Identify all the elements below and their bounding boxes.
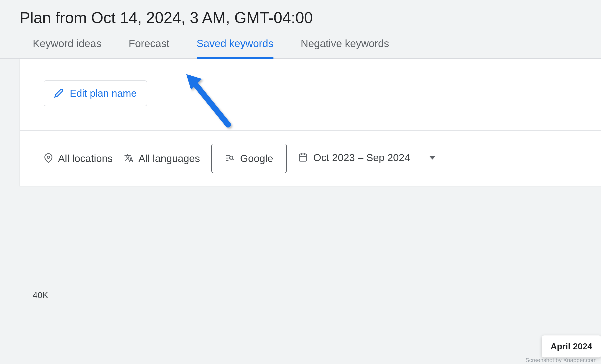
date-range-filter[interactable]: Oct 2023 – Sep 2024 — [298, 151, 440, 165]
watermark: Screenshot by Xnapper.com — [525, 357, 597, 364]
translate-icon — [124, 153, 134, 164]
svg-rect-6 — [299, 154, 306, 161]
locations-text: All locations — [58, 152, 113, 164]
pencil-icon — [54, 88, 64, 98]
svg-point-0 — [47, 156, 50, 158]
locations-filter[interactable]: All locations — [44, 152, 113, 164]
tabs-container: Keyword ideas Forecast Saved keywords Ne… — [0, 38, 601, 59]
tab-keyword-ideas[interactable]: Keyword ideas — [33, 38, 101, 58]
chevron-down-icon — [429, 156, 436, 159]
calendar-icon — [298, 152, 308, 163]
page-title: Plan from Oct 14, 2024, 3 AM, GMT-04:00 — [0, 0, 601, 38]
edit-plan-name-button[interactable]: Edit plan name — [44, 80, 147, 106]
network-filter[interactable]: Google — [211, 144, 287, 173]
location-pin-icon — [44, 153, 53, 164]
edit-section: Edit plan name — [20, 59, 601, 131]
svg-point-4 — [230, 156, 233, 159]
y-axis-tick-40k: 40K — [33, 290, 48, 300]
content-card: Edit plan name All locations All languag… — [20, 59, 601, 186]
tab-negative-keywords[interactable]: Negative keywords — [301, 38, 389, 58]
tab-saved-keywords[interactable]: Saved keywords — [197, 38, 273, 58]
edit-button-label: Edit plan name — [70, 87, 137, 99]
tab-forecast[interactable]: Forecast — [129, 38, 170, 58]
chart-area: 40K — [0, 186, 601, 290]
chart-tooltip: April 2024 — [542, 335, 601, 357]
date-range-text: Oct 2023 – Sep 2024 — [313, 151, 410, 164]
languages-text: All languages — [139, 152, 200, 164]
network-text: Google — [240, 152, 273, 164]
svg-line-5 — [232, 159, 234, 160]
search-list-icon — [225, 153, 234, 164]
filters-row: All locations All languages — [20, 131, 601, 186]
chart-gridline — [59, 295, 601, 295]
languages-filter[interactable]: All languages — [124, 152, 200, 164]
